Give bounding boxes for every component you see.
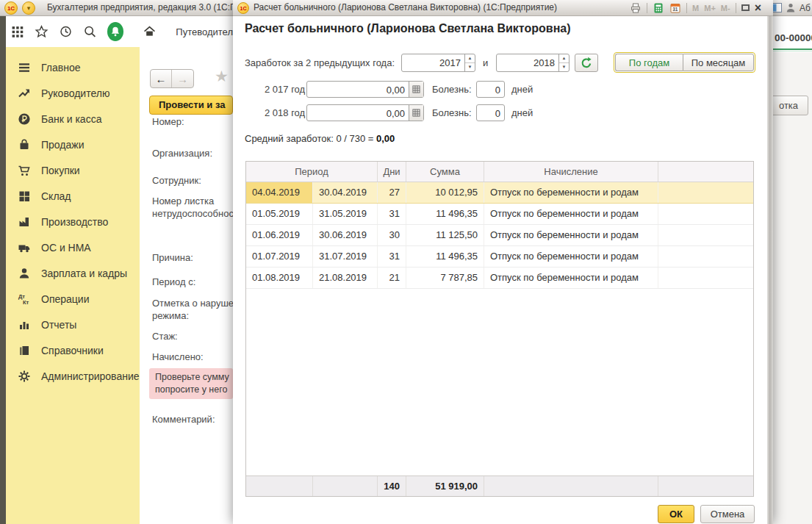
cancel-button[interactable]: Отмена [700,505,755,523]
cell-period-to: 31.05.2019 [313,204,378,224]
label-employee: Сотрудник: [152,174,201,187]
home-icon[interactable] [143,24,157,40]
favorite-star-icon[interactable]: ★ [215,68,229,85]
table-row[interactable]: 01.05.2019 31.05.2019 31 11 496,35 Отпус… [246,204,753,225]
calc-picker-button[interactable] [409,105,423,121]
col-header-accrual[interactable]: Начисление [484,162,658,182]
notifications-bell-icon[interactable] [107,22,123,41]
refresh-icon [580,57,593,70]
label-experience: Стаж: [152,330,178,342]
cell-days: 27 [378,182,406,203]
cell-sum: 11 496,35 [406,204,484,224]
memory-m-button[interactable]: M [692,4,699,12]
maximize-button[interactable] [741,4,750,11]
menu-grid-icon[interactable] [10,24,24,40]
print-icon[interactable] [630,2,642,14]
cell-empty [658,246,753,267]
screen: 1С ▾ Бухгалтерия предприятия, редакция 3… [0,0,812,524]
sidebar-item-directories[interactable]: Справочники [6,337,140,363]
sidebar-item-purchases[interactable]: Покупки [6,157,140,183]
settings-button-fragment[interactable]: отка [773,96,808,115]
titlebar-dropdown-icon[interactable]: ▾ [22,1,35,15]
year-from-field[interactable]: 2017 ▲▼ [401,54,475,72]
calc-picker-button[interactable] [409,82,423,97]
memory-mminus-button[interactable]: M- [721,4,730,12]
calculator-icon[interactable] [653,2,664,14]
cell-period-to: 31.07.2019 [313,246,378,267]
year-from-spinner[interactable]: ▲▼ [464,54,475,71]
back-button[interactable]: ← [151,70,172,87]
cell-days: 31 [378,246,406,267]
col-header-days[interactable]: Дни [378,162,406,182]
total-sum: 51 919,00 [406,476,484,496]
search-icon[interactable] [83,24,97,40]
bar-chart-icon [18,318,31,331]
year2-label: 2 018 год [265,107,305,118]
illness1-days-field[interactable]: 0 [476,81,505,98]
cell-accrual: Отпуск по беременности и родам [484,225,658,245]
illness2-days-field[interactable]: 0 [476,104,505,121]
sidebar-item-production[interactable]: Производство [6,209,140,234]
boxes-icon [18,190,31,203]
sidebar-item-main[interactable]: Главное [6,54,140,80]
average-earnings-line: Средний заработок: 0 / 730 = 0,00 [245,133,395,144]
refresh-button[interactable] [575,54,598,72]
year1-amount-field[interactable]: 0,00 [306,81,424,98]
post-and-close-button[interactable]: Провести и за [149,96,233,115]
warning-message: Проверьте сумму попросите у него [149,368,233,399]
debit-credit-icon: ДтКт [18,292,31,306]
user-icon[interactable] [786,3,795,12]
memory-mplus-button[interactable]: M+ [704,4,716,12]
factory-icon [18,215,31,229]
days1-suffix: дней [511,84,533,95]
sidebar-item-salary-hr[interactable]: Зарплата и кадры [6,260,140,286]
view-toggle-group: По годам По месяцам [614,52,755,73]
cell-empty [658,268,753,288]
cell-period-to: 21.08.2019 [313,268,378,288]
table-totals-row: 140 51 919,00 [246,475,753,496]
favorites-star-icon[interactable] [35,24,48,40]
sidebar-item-bank-cash[interactable]: Банк и касса [6,106,140,132]
sidebar-item-operations[interactable]: ДтКт Операции [6,286,140,312]
table-row[interactable]: 01.08.2019 21.08.2019 21 7 787,85 Отпуск… [246,268,753,289]
close-button[interactable]: × [755,2,761,14]
cell-accrual: Отпуск по беременности и родам [484,246,658,267]
svg-text:31: 31 [672,7,678,12]
col-header-period[interactable]: Период [246,162,378,182]
table-row[interactable]: 01.06.2019 30.06.2019 30 11 125,50 Отпус… [246,225,753,246]
user-name-fragment[interactable]: Аб [800,3,811,13]
cell-period-from: 01.07.2019 [246,246,313,267]
by-months-button[interactable]: По месяцам [683,54,754,71]
sidebar-item-manager[interactable]: Руководителю [6,80,140,106]
cell-days: 30 [378,225,406,245]
cell-period-to: 30.06.2019 [313,225,378,245]
cart-icon [18,164,31,177]
sidebar-item-administration[interactable]: Администрирование [6,363,140,389]
sidebar-item-fixed-assets[interactable]: ОС и НМА [6,234,140,260]
sidebar-item-sales[interactable]: Продажи [6,132,140,157]
table-row[interactable]: 04.04.2019 30.04.2019 27 10 012,95 Отпус… [246,182,753,204]
table-header: Период Дни Сумма Начисление [246,162,753,182]
year2-amount-field[interactable]: 0,00 [306,104,424,121]
col-header-sum[interactable]: Сумма [406,162,484,182]
forward-button[interactable]: → [172,70,193,87]
year-to-field[interactable]: 2018 ▲▼ [496,54,570,72]
cell-sum: 11 496,35 [406,246,484,267]
calendar-icon[interactable]: 31 [669,2,681,14]
table-row[interactable]: 01.07.2019 31.07.2019 31 11 496,35 Отпус… [246,246,753,268]
year-to-spinner[interactable]: ▲▼ [558,54,569,71]
history-icon[interactable] [59,24,73,40]
tab-guide[interactable]: Путеводител [176,26,233,37]
sidebar-item-warehouse[interactable]: Склад [6,183,140,209]
gear-icon [18,370,31,383]
label-reason: Причина: [152,251,193,264]
cell-days: 21 [378,268,406,288]
sidebar-item-reports[interactable]: Отчеты [6,312,140,337]
by-years-button[interactable]: По годам [615,54,683,71]
trend-chart-icon [18,87,31,100]
label-comment: Комментарий: [152,413,215,426]
ruble-icon [18,112,31,126]
ok-button[interactable]: ОК [658,505,694,523]
dialog-window-title: Расчет больничного (Ларионова Светлана В… [254,0,557,15]
earnings-label: Заработок за 2 предыдущих года: [245,57,395,68]
